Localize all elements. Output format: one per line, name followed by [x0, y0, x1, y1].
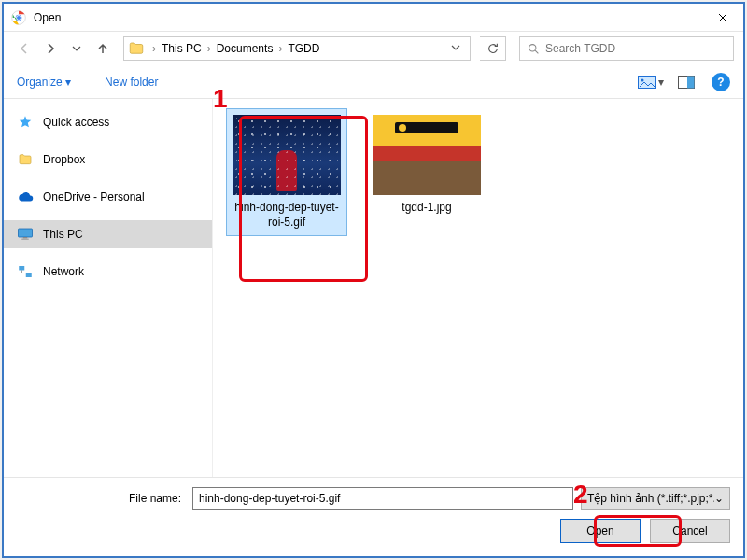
chevron-down-icon: ▾	[65, 76, 71, 89]
dropbox-icon	[17, 151, 34, 168]
address-bar[interactable]: › This PC › Documents › TGDD	[123, 36, 471, 61]
file-thumbnail	[233, 115, 341, 195]
sidebar-item-label: Quick access	[43, 116, 109, 129]
svg-point-3	[17, 16, 21, 20]
close-button[interactable]	[701, 4, 743, 31]
sidebar-item-label: OneDrive - Personal	[43, 190, 145, 203]
star-icon	[17, 114, 34, 131]
organize-menu[interactable]: Organize ▾	[17, 76, 71, 89]
svg-point-4	[529, 44, 536, 50]
open-button[interactable]: Open	[560, 519, 641, 543]
sidebar: Quick access Dropbox OneDrive - Personal…	[4, 99, 213, 477]
new-folder-button[interactable]: New folder	[105, 76, 158, 89]
folder-icon	[128, 40, 145, 57]
svg-rect-9	[19, 229, 33, 237]
svg-rect-10	[23, 237, 28, 239]
view-mode-button[interactable]: ▾	[635, 71, 667, 93]
svg-rect-13	[26, 273, 32, 278]
svg-rect-5	[639, 76, 656, 88]
search-input[interactable]	[545, 42, 726, 55]
preview-pane-button[interactable]	[670, 71, 702, 93]
chevron-right-icon: ›	[276, 42, 284, 55]
dialog-body: Quick access Dropbox OneDrive - Personal…	[4, 99, 743, 477]
nav-forward-button[interactable]	[39, 37, 62, 60]
sidebar-item-network[interactable]: Network	[4, 258, 212, 286]
sidebar-item-label: Network	[43, 265, 84, 278]
open-file-dialog: Open › This PC › Documents › TGDD Orga	[2, 2, 745, 558]
filename-row: File name: Tệp hình ảnh (*.tiff;*.pjp;*.…	[17, 487, 730, 510]
network-icon	[17, 263, 34, 280]
bottom-panel: File name: Tệp hình ảnh (*.tiff;*.pjp;*.…	[4, 477, 743, 556]
svg-point-6	[641, 78, 644, 81]
filename-label: File name:	[17, 492, 185, 505]
sidebar-item-dropbox[interactable]: Dropbox	[4, 146, 212, 174]
titlebar: Open	[4, 4, 743, 32]
chrome-icon	[11, 10, 26, 25]
search-box[interactable]	[519, 36, 734, 61]
cancel-button[interactable]: Cancel	[650, 519, 730, 543]
search-icon	[528, 43, 540, 55]
nav-back-button[interactable]	[13, 37, 35, 60]
sidebar-item-quick-access[interactable]: Quick access	[4, 108, 212, 136]
file-grid: hinh-dong-dep-tuyet-roi-5.gif tgdd-1.jpg	[213, 99, 743, 477]
breadcrumb-part[interactable]: Documents	[213, 42, 277, 55]
file-item[interactable]: tgdd-1.jpg	[366, 108, 487, 222]
address-dropdown[interactable]	[445, 42, 466, 55]
file-name-label: hinh-dong-dep-tuyet-roi-5.gif	[233, 201, 341, 230]
refresh-button[interactable]	[480, 36, 506, 61]
sidebar-item-label: This PC	[43, 228, 83, 241]
help-button[interactable]: ?	[712, 73, 730, 91]
dialog-title: Open	[34, 11, 701, 24]
file-item[interactable]: hinh-dong-dep-tuyet-roi-5.gif	[226, 108, 347, 236]
monitor-icon	[17, 226, 34, 243]
chevron-down-icon: ▾	[658, 76, 664, 89]
breadcrumb-part[interactable]: This PC	[158, 42, 205, 55]
nav-recent-dropdown[interactable]	[65, 37, 88, 60]
svg-rect-11	[21, 239, 29, 241]
toolbar: Organize ▾ New folder ▾ ?	[4, 65, 743, 99]
file-thumbnail	[373, 115, 481, 195]
sidebar-item-label: Dropbox	[43, 153, 85, 166]
chevron-right-icon: ›	[150, 42, 158, 55]
sidebar-item-onedrive[interactable]: OneDrive - Personal	[4, 183, 212, 211]
chevron-down-icon: ⌄	[714, 492, 724, 505]
svg-rect-12	[19, 266, 24, 271]
button-row: Open Cancel	[17, 519, 730, 543]
onedrive-icon	[17, 189, 34, 205]
sidebar-item-this-pc[interactable]: This PC	[4, 220, 212, 248]
chevron-right-icon: ›	[205, 42, 213, 55]
filetype-label: Tệp hình ảnh (*.tiff;*.pjp;*.jfif;*.g	[587, 492, 714, 505]
filetype-combo[interactable]: Tệp hình ảnh (*.tiff;*.pjp;*.jfif;*.g ⌄	[581, 487, 730, 510]
svg-rect-8	[687, 76, 695, 88]
file-name-label: tgdd-1.jpg	[402, 201, 451, 216]
breadcrumb-part[interactable]: TGDD	[284, 42, 323, 55]
nav-row: › This PC › Documents › TGDD	[4, 32, 743, 65]
filename-input[interactable]	[192, 487, 573, 510]
nav-up-button[interactable]	[92, 37, 114, 60]
